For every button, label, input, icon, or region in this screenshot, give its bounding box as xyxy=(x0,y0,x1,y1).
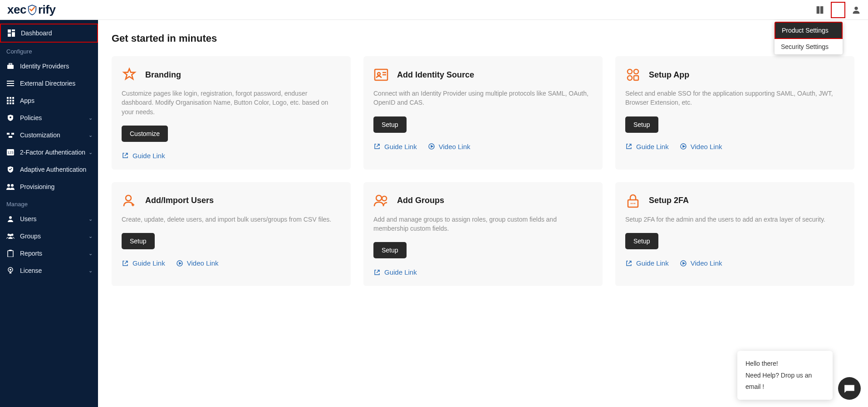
setup-button[interactable]: Setup xyxy=(373,242,407,258)
card-desc: Customize pages like login, registration… xyxy=(122,89,341,116)
user-plus-icon xyxy=(122,193,137,208)
video-link[interactable]: Video Link xyxy=(680,259,722,267)
card-title: Add/Import Users xyxy=(145,196,214,205)
sidebar-label: Policies xyxy=(20,114,42,121)
sidebar-item-users[interactable]: Users ⌄ xyxy=(0,210,98,228)
customize-icon xyxy=(6,131,15,139)
svg-rect-13 xyxy=(7,100,9,102)
sidebar-item-reports[interactable]: Reports ⌄ xyxy=(0,245,98,262)
sidebar-label: Identity Providers xyxy=(20,63,69,70)
sidebar-item-adaptive-auth[interactable]: Adaptive Authentication xyxy=(0,161,98,178)
sidebar-item-license[interactable]: License ⌄ xyxy=(0,262,98,279)
list-icon xyxy=(6,79,15,87)
sidebar-label: 2-Factor Authentication xyxy=(20,149,85,156)
menu-item-security-settings[interactable]: Security Settings xyxy=(775,39,843,54)
card-title: Setup App xyxy=(649,70,689,80)
svg-rect-2 xyxy=(12,29,15,31)
svg-point-45 xyxy=(376,195,382,201)
sidebar-item-customization[interactable]: Customization ⌄ xyxy=(0,126,98,144)
video-link[interactable]: Video Link xyxy=(680,143,722,150)
svg-rect-7 xyxy=(7,81,14,82)
setup-button[interactable]: Setup xyxy=(122,233,155,249)
apps-grid-icon xyxy=(625,67,641,82)
card-add-identity-source: Add Identity Source Connect with an Iden… xyxy=(363,56,603,170)
groups-icon xyxy=(6,232,15,240)
license-icon xyxy=(6,266,15,275)
video-link[interactable]: Video Link xyxy=(428,143,471,150)
chat-line1: Hello there! xyxy=(745,358,824,369)
svg-rect-1 xyxy=(8,29,11,33)
svg-rect-22 xyxy=(9,136,12,138)
card-desc: Add and manage groups to assign roles, g… xyxy=(373,215,593,233)
svg-rect-32 xyxy=(9,250,12,251)
guide-link[interactable]: Guide Link xyxy=(122,259,165,267)
play-icon xyxy=(428,143,435,150)
sidebar-label: External Directories xyxy=(20,80,75,87)
svg-rect-18 xyxy=(12,102,14,104)
menu-item-product-settings[interactable]: Product Settings xyxy=(775,22,843,39)
svg-point-30 xyxy=(10,234,12,237)
chevron-down-icon: ⌄ xyxy=(88,216,93,222)
sidebar-item-provisioning[interactable]: Provisioning xyxy=(0,178,98,195)
sidebar-item-identity-providers[interactable]: Identity Providers xyxy=(0,58,98,75)
video-link[interactable]: Video Link xyxy=(176,259,219,267)
card-branding: Branding Customize pages like login, reg… xyxy=(112,56,351,170)
card-desc: Connect with an Identity Provider using … xyxy=(373,89,593,107)
docs-icon[interactable] xyxy=(814,4,826,16)
setup-button[interactable]: Setup xyxy=(625,233,658,249)
page-title: Get started in minutes xyxy=(112,33,854,44)
guide-link[interactable]: Guide Link xyxy=(625,259,669,267)
sidebar-label: License xyxy=(20,267,42,274)
svg-point-36 xyxy=(378,73,380,75)
guide-link[interactable]: Guide Link xyxy=(373,268,417,276)
chat-tooltip: Hello there! Need Help? Drop us an email… xyxy=(737,351,833,400)
chevron-down-icon: ⌄ xyxy=(88,233,93,239)
user-icon[interactable] xyxy=(850,4,863,16)
card-title: Branding xyxy=(145,70,181,80)
svg-rect-9 xyxy=(7,85,14,86)
sidebar-item-dashboard[interactable]: Dashboard xyxy=(0,24,98,43)
svg-point-39 xyxy=(634,69,638,74)
guide-link[interactable]: Guide Link xyxy=(625,143,669,150)
keypad-icon: 123 xyxy=(6,148,15,156)
svg-rect-15 xyxy=(12,100,14,102)
svg-rect-20 xyxy=(7,133,10,135)
chat-widget: Hello there! Need Help? Drop us an email… xyxy=(737,351,861,400)
svg-rect-12 xyxy=(12,97,14,99)
sidebar-item-apps[interactable]: Apps xyxy=(0,92,98,109)
guide-link[interactable]: Guide Link xyxy=(373,143,417,150)
svg-rect-8 xyxy=(7,83,14,84)
svg-point-19 xyxy=(10,116,11,118)
chat-button[interactable] xyxy=(838,377,861,400)
svg-rect-16 xyxy=(7,102,9,104)
sidebar-item-groups[interactable]: Groups ⌄ xyxy=(0,228,98,245)
external-link-icon xyxy=(625,143,633,150)
svg-point-46 xyxy=(382,196,387,201)
svg-rect-21 xyxy=(11,133,14,135)
card-add-groups: Add Groups Add and manage groups to assi… xyxy=(363,182,603,286)
star-icon xyxy=(122,67,137,82)
setup-button[interactable]: Setup xyxy=(373,116,407,133)
settings-icon[interactable] xyxy=(831,2,845,18)
sidebar-label: Dashboard xyxy=(21,29,52,37)
customize-button[interactable]: Customize xyxy=(122,126,168,142)
svg-rect-31 xyxy=(8,251,13,257)
settings-dropdown: Product Settings Security Settings xyxy=(775,22,843,54)
chevron-down-icon: ⌄ xyxy=(88,132,93,138)
setup-button[interactable]: Setup xyxy=(625,116,658,133)
card-setup-2fa: Setup 2FA Setup 2FA for the admin and th… xyxy=(615,182,854,286)
guide-link[interactable]: Guide Link xyxy=(122,152,165,160)
sidebar-label: Provisioning xyxy=(20,183,54,190)
svg-point-25 xyxy=(7,184,10,187)
svg-rect-5 xyxy=(7,65,14,69)
svg-rect-3 xyxy=(12,32,15,37)
sidebar-section-configure: Configure xyxy=(0,43,98,58)
sidebar-item-policies[interactable]: Policies ⌄ xyxy=(0,109,98,126)
sidebar-item-2fa[interactable]: 123 2-Factor Authentication ⌄ xyxy=(0,144,98,161)
svg-point-0 xyxy=(854,6,858,10)
svg-rect-11 xyxy=(10,97,11,99)
external-link-icon xyxy=(373,143,381,150)
sidebar-item-external-directories[interactable]: External Directories xyxy=(0,75,98,92)
shield-icon xyxy=(28,5,37,15)
svg-point-26 xyxy=(11,184,14,187)
